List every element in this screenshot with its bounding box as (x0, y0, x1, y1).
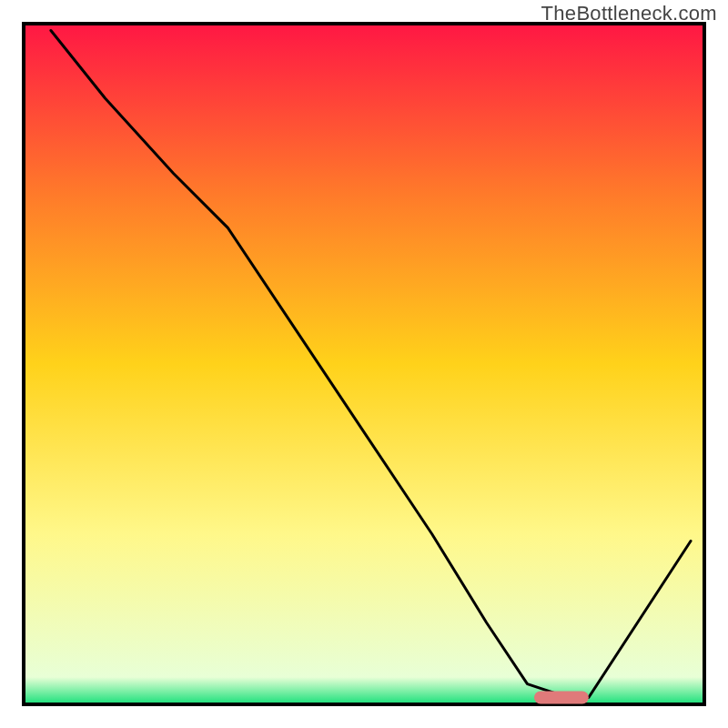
watermark-text: TheBottleneck.com (541, 2, 717, 25)
chart-svg (0, 0, 728, 728)
optimal-marker (534, 692, 589, 704)
bottleneck-chart: TheBottleneck.com (0, 0, 728, 728)
gradient-background (24, 24, 704, 704)
